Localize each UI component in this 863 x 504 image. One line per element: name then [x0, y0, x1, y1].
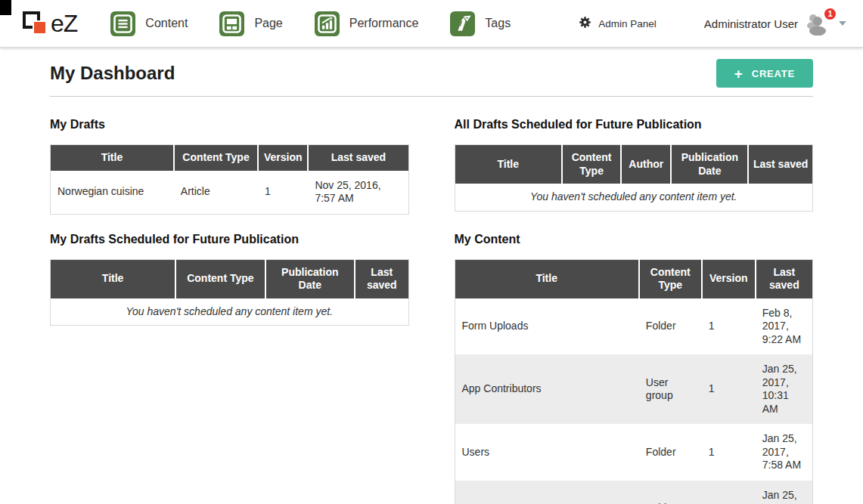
empty-row: You haven't scheduled any content item y…: [51, 298, 409, 326]
table-cell: Jan 25, 2017, 10:31 AM: [756, 354, 813, 424]
column-header: Last saved: [308, 145, 408, 171]
section-my-drafts-scheduled: My Drafts Scheduled for Future Publicati…: [50, 233, 409, 504]
section-title: My Content: [455, 233, 814, 246]
nav-label: Performance: [349, 17, 419, 30]
table-cell: Users: [455, 424, 639, 481]
column-header: Version: [258, 145, 308, 171]
table-cell: 1: [258, 171, 308, 215]
column-header: Last saved: [748, 145, 812, 184]
user-menu[interactable]: Administrator User 1: [704, 12, 851, 36]
table-cell: 1: [702, 424, 756, 481]
page-title: My Dashboard: [50, 63, 175, 84]
my-drafts-table: TitleContent TypeVersionLast savedNorweg…: [50, 144, 409, 215]
table-cell: Jan 25, 2017, 7:55 AM: [756, 481, 813, 504]
ez-logo[interactable]: eZ: [23, 9, 77, 38]
performance-icon: [315, 11, 340, 36]
table-cell: Folder: [639, 481, 702, 504]
table-row[interactable]: Norwegian cuisineArticle1Nov 25, 2016, 7…: [51, 171, 409, 215]
nav-item-content[interactable]: Content: [110, 11, 188, 36]
section-my-drafts: My Drafts TitleContent TypeVersionLast s…: [50, 118, 409, 215]
table-row[interactable]: App ContributorsUser group1Jan 25, 2017,…: [455, 354, 813, 424]
top-navigation-bar: eZ Content Page Performance Tags: [0, 0, 863, 48]
table-cell: App: [455, 481, 639, 504]
table-cell: User group: [639, 354, 702, 424]
table-cell: Nov 25, 2016, 7:57 AM: [308, 171, 408, 215]
table-header-row: TitleContent TypeVersionLast saved: [51, 145, 409, 171]
column-header: Title: [455, 145, 562, 184]
my-drafts-scheduled-table: TitleContent TypePublication DateLast sa…: [50, 259, 409, 326]
table-cell: Article: [174, 171, 258, 215]
admin-panel-label: Admin Panel: [598, 18, 657, 29]
column-header: Version: [702, 259, 756, 298]
table-header-row: TitleContent TypeVersionLast saved: [455, 259, 813, 298]
table-cell: App Contributors: [455, 354, 639, 424]
chevron-down-icon: [839, 21, 846, 26]
nav-label: Page: [254, 17, 282, 30]
column-header: Publication Date: [671, 145, 748, 184]
ez-logo-mark-icon: [23, 9, 48, 38]
table-cell: Feb 8, 2017, 9:22 AM: [756, 298, 813, 355]
column-header: Title: [455, 259, 639, 298]
column-header: Title: [51, 259, 176, 298]
notification-badge: 1: [823, 7, 837, 21]
user-avatar-icon[interactable]: 1: [805, 12, 830, 36]
table-cell: 1: [702, 298, 756, 355]
ez-logo-text: eZ: [51, 10, 77, 38]
table-cell: Form Uploads: [455, 298, 639, 355]
table-cell: 1: [702, 354, 756, 424]
window-corner-artifact: [0, 0, 11, 15]
table-row[interactable]: AppFolder1Jan 25, 2017, 7:55 AM: [455, 481, 813, 504]
table-row[interactable]: UsersFolder1Jan 25, 2017, 7:58 AM: [455, 424, 813, 481]
column-header: Content Type: [175, 259, 265, 298]
page-icon: [219, 11, 244, 36]
column-header: Last saved: [355, 259, 408, 298]
section-title: All Drafts Scheduled for Future Publicat…: [455, 118, 814, 131]
admin-panel-button[interactable]: Admin Panel: [579, 16, 657, 31]
table-cell: Norwegian cuisine: [51, 171, 174, 215]
nav-item-performance[interactable]: Performance: [315, 11, 419, 36]
column-header: Title: [51, 145, 174, 171]
column-header: Content Type: [174, 145, 258, 171]
table-cell: Folder: [639, 424, 702, 481]
plus-icon: +: [734, 66, 743, 81]
nav-label: Content: [145, 17, 188, 30]
section-title: My Drafts: [50, 118, 409, 131]
section-all-drafts-scheduled: All Drafts Scheduled for Future Publicat…: [455, 118, 814, 215]
content-icon: [110, 11, 135, 36]
section-my-content: My Content TitleContent TypeVersionLast …: [455, 233, 814, 504]
create-button[interactable]: + CREATE: [716, 59, 813, 88]
dashboard-header: My Dashboard + CREATE: [50, 48, 813, 97]
column-header: Content Type: [562, 145, 621, 184]
tags-icon: [450, 11, 475, 36]
user-name: Administrator User: [704, 17, 798, 30]
create-button-label: CREATE: [752, 68, 795, 79]
table-cell: 1: [702, 481, 756, 504]
table-cell: Jan 25, 2017, 7:58 AM: [756, 424, 813, 481]
nav-item-tags[interactable]: Tags: [450, 11, 511, 36]
table-header-row: TitleContent TypeAuthorPublication DateL…: [455, 145, 813, 184]
section-title: My Drafts Scheduled for Future Publicati…: [50, 233, 409, 246]
empty-row: You haven't scheduled any content item y…: [455, 184, 813, 211]
empty-message: You haven't scheduled any content item y…: [51, 298, 409, 326]
column-header: Last saved: [756, 259, 813, 298]
dashboard-content: My Drafts TitleContent TypeVersionLast s…: [0, 97, 863, 504]
gear-icon: [579, 16, 591, 31]
nav-item-page[interactable]: Page: [219, 11, 282, 36]
table-row[interactable]: Form UploadsFolder1Feb 8, 2017, 9:22 AM: [455, 298, 813, 355]
table-header-row: TitleContent TypePublication DateLast sa…: [51, 259, 409, 298]
column-header: Content Type: [639, 259, 702, 298]
main-nav: Content Page Performance Tags: [110, 11, 511, 36]
my-content-table: TitleContent TypeVersionLast savedForm U…: [455, 259, 814, 504]
table-cell: Folder: [639, 298, 702, 355]
column-header: Publication Date: [265, 259, 355, 298]
column-header: Author: [621, 145, 671, 184]
nav-label: Tags: [485, 17, 511, 30]
empty-message: You haven't scheduled any content item y…: [455, 184, 813, 211]
all-drafts-scheduled-table: TitleContent TypeAuthorPublication DateL…: [455, 144, 814, 212]
